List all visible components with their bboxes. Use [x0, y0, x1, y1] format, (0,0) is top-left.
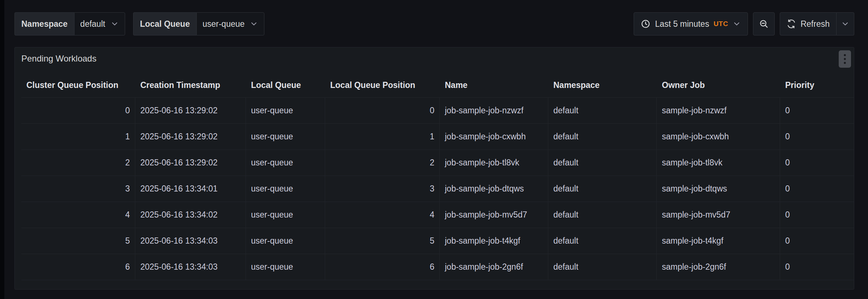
table-body: 02025-06-16 13:29:02user-queue0job-sampl…: [21, 98, 854, 280]
chevron-down-icon: [250, 20, 258, 28]
table-cell: job-sample-job-dtqws: [440, 176, 548, 202]
column-header[interactable]: Cluster Queue Position: [21, 73, 135, 97]
chevron-down-icon: [110, 20, 119, 28]
variable-value-dropdown[interactable]: user-queue: [196, 12, 264, 35]
table-cell: sample-job-tl8vk: [657, 150, 780, 176]
table-cell: default: [548, 228, 657, 254]
clock-icon: [641, 19, 651, 29]
zoom-out-icon: [759, 19, 769, 29]
dashboard-toolbar: Namespace default Local Queue user-queue…: [14, 12, 854, 35]
table-cell: default: [548, 176, 657, 202]
table-cell: 6: [21, 254, 135, 280]
table-row: 12025-06-16 13:29:02user-queue1job-sampl…: [21, 124, 854, 150]
time-range-picker[interactable]: Last 5 minutes UTC: [634, 12, 748, 35]
chevron-down-icon: [841, 20, 850, 28]
toolbar-right-group: Last 5 minutes UTC Refresh: [634, 12, 854, 35]
table-cell: sample-job-cxwbh: [657, 124, 780, 150]
table-cell: job-sample-job-2gn6f: [440, 254, 548, 280]
column-header[interactable]: Local Queue Position: [325, 73, 440, 97]
table-cell: 3: [21, 176, 135, 202]
table-cell: 0: [780, 98, 854, 124]
timezone-label: UTC: [714, 20, 728, 28]
pending-workloads-panel: Pending Workloads Cluster Queue Position…: [14, 47, 854, 290]
table-cell: user-queue: [246, 176, 325, 202]
table-cell: 2025-06-16 13:34:02: [135, 202, 246, 228]
column-header[interactable]: Name: [440, 73, 548, 97]
table-cell: 0: [780, 228, 854, 254]
table-cell: 4: [21, 202, 135, 228]
table-cell: sample-job-mv5d7: [657, 202, 780, 228]
table-header-row: Cluster Queue PositionCreation Timestamp…: [21, 73, 854, 98]
variable-value-dropdown[interactable]: default: [74, 12, 125, 35]
table-cell: sample-job-t4kgf: [657, 228, 780, 254]
table-cell: sample-job-2gn6f: [657, 254, 780, 280]
table-cell: job-sample-job-cxwbh: [440, 124, 548, 150]
column-header[interactable]: Local Queue: [246, 73, 325, 97]
table-cell: user-queue: [246, 202, 325, 228]
table-cell: 5: [325, 228, 440, 254]
table-cell: user-queue: [246, 124, 325, 150]
table-cell: user-queue: [246, 98, 325, 124]
table-cell: job-sample-job-tl8vk: [440, 150, 548, 176]
table-cell: 0: [780, 176, 854, 202]
table-cell: 0: [21, 98, 135, 124]
table-cell: job-sample-job-mv5d7: [440, 202, 548, 228]
table-row: 32025-06-16 13:34:01user-queue3job-sampl…: [21, 176, 854, 202]
table-cell: 6: [325, 254, 440, 280]
table-row: 42025-06-16 13:34:02user-queue4job-sampl…: [21, 202, 854, 228]
table-cell: 1: [21, 124, 135, 150]
refresh-icon: [787, 19, 796, 29]
pending-workloads-table: Cluster Queue PositionCreation Timestamp…: [21, 73, 854, 280]
table-cell: 0: [780, 124, 854, 150]
refresh-button[interactable]: Refresh: [780, 12, 837, 35]
table-cell: 2: [21, 150, 135, 176]
table-cell: 0: [780, 254, 854, 280]
table-cell: default: [548, 254, 657, 280]
variable-picker-local-queue: Local Queue user-queue: [133, 12, 264, 35]
table-cell: 2025-06-16 13:29:02: [135, 124, 246, 150]
zoom-out-button[interactable]: [753, 12, 775, 35]
table-cell: sample-job-dtqws: [657, 176, 780, 202]
variable-label: Namespace: [14, 12, 74, 35]
table-cell: user-queue: [246, 254, 325, 280]
panel-menu-button[interactable]: [839, 50, 851, 68]
chevron-down-icon: [732, 20, 741, 28]
panel-header[interactable]: Pending Workloads: [15, 47, 854, 70]
table-cell: 0: [780, 150, 854, 176]
table-cell: 1: [325, 124, 440, 150]
table-row: 52025-06-16 13:34:03user-queue5job-sampl…: [21, 228, 854, 254]
table-cell: 4: [325, 202, 440, 228]
table-cell: 2025-06-16 13:34:01: [135, 176, 246, 202]
table-row: 02025-06-16 13:29:02user-queue0job-sampl…: [21, 98, 854, 124]
table-row: 22025-06-16 13:29:02user-queue2job-sampl…: [21, 150, 854, 176]
column-header[interactable]: Owner Job: [657, 73, 780, 97]
column-header[interactable]: Creation Timestamp: [135, 73, 246, 97]
table-cell: default: [548, 98, 657, 124]
table-row: 62025-06-16 13:34:03user-queue6job-sampl…: [21, 254, 854, 280]
variable-label: Local Queue: [133, 12, 196, 35]
variable-selected-value: user-queue: [203, 19, 244, 29]
variable-selected-value: default: [80, 19, 105, 29]
time-range-label: Last 5 minutes: [655, 19, 709, 29]
table-cell: 5: [21, 228, 135, 254]
table-cell: 2025-06-16 13:34:03: [135, 254, 246, 280]
kebab-menu-icon: [841, 52, 849, 66]
variable-picker-namespace: Namespace default: [14, 12, 125, 35]
table-cell: user-queue: [246, 228, 325, 254]
refresh-interval-dropdown[interactable]: [837, 12, 854, 35]
table-cell: default: [548, 124, 657, 150]
viewport-left-edge: [0, 0, 4, 299]
table-cell: default: [548, 202, 657, 228]
table-cell: default: [548, 150, 657, 176]
column-header[interactable]: Namespace: [548, 73, 657, 97]
refresh-label: Refresh: [800, 19, 830, 29]
table-cell: 2025-06-16 13:29:02: [135, 150, 246, 176]
column-header[interactable]: Priority: [780, 73, 854, 97]
table-cell: 2025-06-16 13:29:02: [135, 98, 246, 124]
table-cell: job-sample-job-t4kgf: [440, 228, 548, 254]
table-cell: 0: [780, 202, 854, 228]
table-cell: 2025-06-16 13:34:03: [135, 228, 246, 254]
table-cell: 2: [325, 150, 440, 176]
refresh-split-button: Refresh: [780, 12, 854, 35]
panel-title: Pending Workloads: [21, 54, 97, 64]
